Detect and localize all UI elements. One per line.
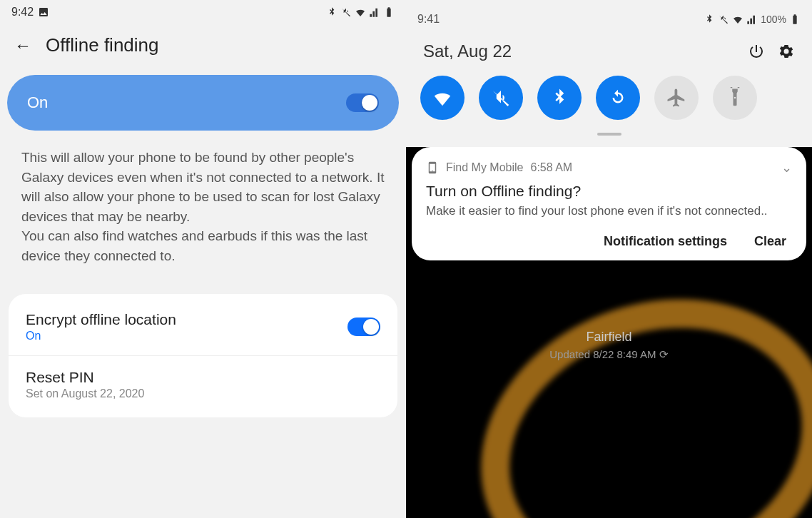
- reset-sub: Set on August 22, 2020: [26, 387, 144, 400]
- toggle-label: On: [27, 93, 48, 112]
- wifi-icon: [355, 6, 366, 18]
- qs-rotate[interactable]: [596, 76, 640, 120]
- qs-bluetooth[interactable]: [537, 76, 582, 120]
- settings-screen: 9:42 ← Offline finding On This will allo…: [0, 0, 406, 518]
- qs-wifi[interactable]: [420, 76, 465, 120]
- status-time: 9:42: [11, 6, 34, 19]
- wifi-icon: [732, 14, 744, 25]
- shade-date: Sat, Aug 22: [423, 41, 512, 61]
- battery-percent: 100%: [761, 14, 786, 25]
- settings-card: Encrypt offline location On Reset PIN Se…: [9, 294, 397, 417]
- encrypt-title: Encrypt offline location: [26, 311, 176, 328]
- clear-button[interactable]: Clear: [754, 234, 786, 249]
- bluetooth-icon: [326, 6, 338, 18]
- notification-settings-button[interactable]: Notification settings: [604, 234, 727, 249]
- notif-app-name: Find My Mobile: [446, 161, 523, 174]
- offline-finding-toggle[interactable]: On: [7, 75, 399, 131]
- signal-icon: [746, 14, 758, 25]
- mute-icon: [340, 6, 352, 18]
- back-icon[interactable]: ←: [14, 36, 31, 56]
- power-icon[interactable]: [748, 43, 765, 60]
- status-time: 9:41: [417, 13, 440, 26]
- description-text: This will allow your phone to be found b…: [0, 131, 406, 287]
- image-icon: [38, 6, 49, 18]
- qs-flashlight[interactable]: [713, 76, 757, 120]
- page-title: Offline finding: [46, 34, 159, 56]
- notif-time: 6:58 AM: [530, 161, 572, 174]
- bluetooth-icon: [704, 14, 715, 25]
- find-my-mobile-icon: [426, 161, 439, 174]
- gear-icon[interactable]: [778, 43, 795, 60]
- encrypt-status: On: [26, 330, 176, 342]
- notif-body: Make it easier to find your lost phone e…: [426, 204, 792, 218]
- notif-title: Turn on Offline finding?: [426, 183, 792, 200]
- drag-handle[interactable]: [597, 133, 621, 136]
- reset-pin-row[interactable]: Reset PIN Set on August 22, 2020: [9, 355, 397, 413]
- reset-title: Reset PIN: [26, 369, 144, 386]
- page-header: ← Offline finding: [0, 21, 406, 75]
- status-bar: 9:42: [0, 0, 406, 21]
- signal-icon: [369, 6, 380, 18]
- weather-location: Fairfield: [406, 330, 812, 345]
- battery-icon: [383, 6, 395, 18]
- status-bar: 9:41 100%: [406, 0, 812, 29]
- qs-airplane[interactable]: [654, 76, 699, 120]
- chevron-down-icon[interactable]: ⌄: [781, 160, 792, 176]
- switch-icon[interactable]: [346, 93, 379, 112]
- notification-shade: Sat, Aug 22: [406, 29, 812, 147]
- notification-card[interactable]: Find My Mobile 6:58 AM ⌄ Turn on Offline…: [412, 147, 806, 260]
- encrypt-switch[interactable]: [347, 318, 380, 336]
- mute-icon: [718, 14, 729, 25]
- encrypt-row[interactable]: Encrypt offline location On: [9, 298, 397, 355]
- battery-icon: [789, 14, 801, 25]
- quick-settings: [419, 71, 799, 133]
- weather-updated: Updated 8/22 8:49 AM ⟳: [406, 348, 812, 361]
- qs-sound[interactable]: [479, 76, 523, 120]
- notification-shade-screen: Fairfield Updated 8/22 8:49 AM ⟳ 9:41 10…: [406, 0, 812, 518]
